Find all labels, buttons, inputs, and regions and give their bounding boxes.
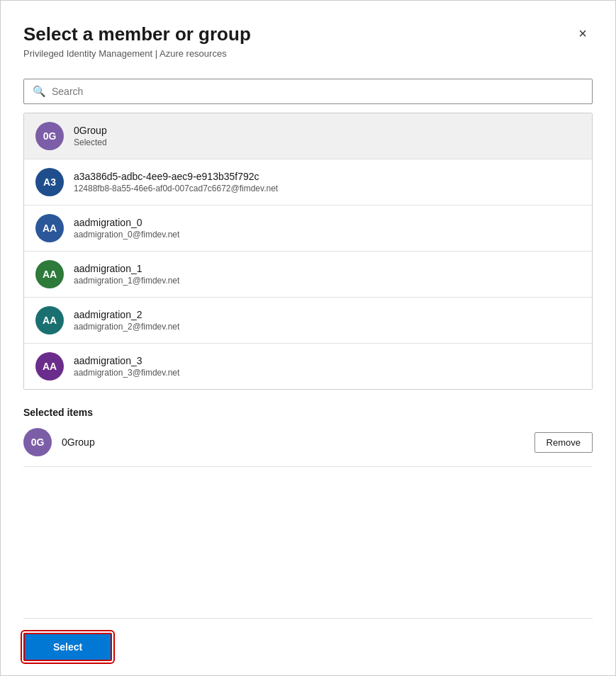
member-avatar: 0G (35, 122, 64, 150)
list-item[interactable]: AAaadmigration_3aadmigration_3@fimdev.ne… (24, 344, 592, 389)
select-member-dialog: Select a member or group Privileged Iden… (0, 0, 616, 676)
member-name: aadmigration_3 (74, 355, 179, 366)
dialog-title: Select a member or group (23, 23, 251, 45)
member-name: aadmigration_0 (74, 217, 179, 228)
search-box: 🔍 (23, 79, 593, 104)
list-item[interactable]: AAaadmigration_1aadmigration_1@fimdev.ne… (24, 252, 592, 298)
member-name: a3a386d5-adbc-4ee9-aec9-e913b35f792c (74, 171, 278, 182)
member-item-text: 0GroupSelected (74, 125, 107, 147)
header-text: Select a member or group Privileged Iden… (23, 23, 251, 59)
search-icon: 🔍 (33, 85, 46, 98)
member-item-text: aadmigration_0aadmigration_0@fimdev.net (74, 217, 179, 240)
dialog-header: Select a member or group Privileged Iden… (23, 23, 593, 59)
member-avatar: AA (35, 260, 64, 288)
member-list-container: 0G0GroupSelectedA3a3a386d5-adbc-4ee9-aec… (23, 113, 593, 390)
member-detail: 12488fb8-8a55-46e6-af0d-007cad7c6672@fim… (74, 184, 278, 193)
member-item-text: aadmigration_2aadmigration_2@fimdev.net (74, 309, 179, 332)
member-item-text: a3a386d5-adbc-4ee9-aec9-e913b35f792c1248… (74, 171, 278, 193)
member-detail: aadmigration_1@fimdev.net (74, 276, 179, 286)
member-name: 0Group (74, 125, 107, 136)
member-list-scroll[interactable]: 0G0GroupSelectedA3a3a386d5-adbc-4ee9-aec… (24, 113, 592, 389)
selected-avatar: 0G (23, 428, 52, 456)
member-avatar: A3 (35, 168, 64, 196)
selected-items-section: Selected items 0G0GroupRemove (23, 407, 593, 467)
member-name: aadmigration_2 (74, 309, 179, 320)
search-input[interactable] (52, 86, 583, 97)
select-button[interactable]: Select (23, 633, 112, 661)
member-detail: aadmigration_3@fimdev.net (74, 368, 179, 378)
footer: Select (23, 618, 593, 675)
selected-items-title: Selected items (23, 407, 593, 418)
list-item[interactable]: AAaadmigration_0aadmigration_0@fimdev.ne… (24, 205, 592, 252)
member-detail: Selected (74, 137, 107, 147)
member-detail: aadmigration_0@fimdev.net (74, 230, 179, 240)
member-avatar: AA (35, 306, 64, 334)
dialog-subtitle: Privileged Identity Management | Azure r… (23, 48, 251, 59)
selected-item-row: 0G0GroupRemove (23, 428, 593, 467)
member-avatar: AA (35, 214, 64, 242)
member-item-text: aadmigration_1aadmigration_1@fimdev.net (74, 263, 179, 286)
member-item-text: aadmigration_3aadmigration_3@fimdev.net (74, 355, 179, 378)
member-name: aadmigration_1 (74, 263, 179, 274)
remove-button[interactable]: Remove (534, 432, 593, 453)
selected-items-list: 0G0GroupRemove (23, 428, 593, 467)
member-detail: aadmigration_2@fimdev.net (74, 322, 179, 332)
list-item[interactable]: AAaadmigration_2aadmigration_2@fimdev.ne… (24, 298, 592, 344)
list-item[interactable]: A3a3a386d5-adbc-4ee9-aec9-e913b35f792c12… (24, 159, 592, 205)
member-avatar: AA (35, 352, 64, 381)
list-item[interactable]: 0G0GroupSelected (24, 113, 592, 159)
selected-member-name: 0Group (62, 436, 525, 448)
close-button[interactable]: × (573, 23, 593, 43)
